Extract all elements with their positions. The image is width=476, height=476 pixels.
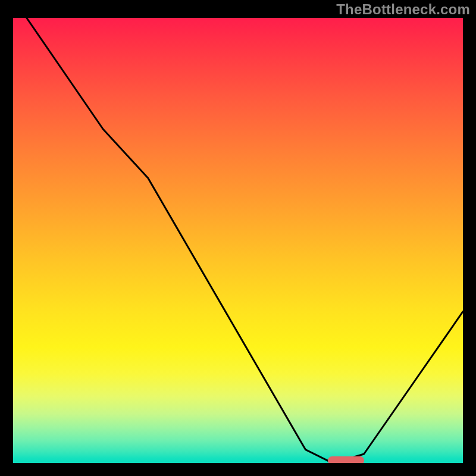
chart-frame: TheBottleneck.com bbox=[0, 0, 476, 476]
plot-area bbox=[13, 18, 463, 463]
optimal-range-marker bbox=[328, 456, 364, 463]
watermark-text: TheBottleneck.com bbox=[336, 1, 470, 18]
bottleneck-curve bbox=[13, 18, 463, 463]
